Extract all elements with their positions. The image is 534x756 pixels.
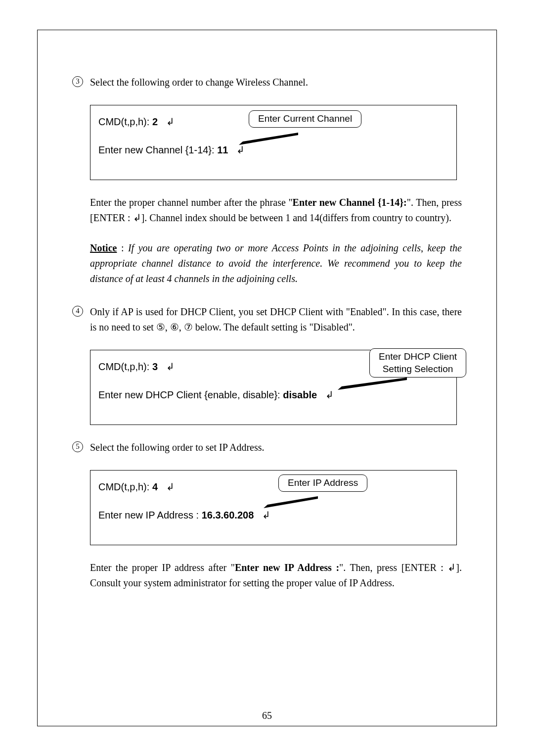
page-number: 65 <box>0 710 534 721</box>
cmd3-line1-prefix: CMD(t,p,h): <box>98 481 152 492</box>
paragraph-channel: Enter the proper channel number after th… <box>90 195 462 226</box>
notice-text: If you are operating two or more Access … <box>90 242 462 284</box>
enter-icon: ↲ <box>166 116 175 127</box>
cmd-box-dhcp: CMD(t,p,h): 3 ↲ Enter new DHCP Client {e… <box>90 350 457 425</box>
enter-icon: ↲ <box>262 510 270 520</box>
pointer-line-icon <box>338 378 407 392</box>
cmd1-line1-prefix: CMD(t,p,h): <box>98 116 152 127</box>
callout-current-channel: Enter Current Channel <box>249 110 361 128</box>
marker-4: 4 <box>72 306 83 317</box>
para2-bold: Enter new IP Address : <box>235 562 339 573</box>
notice-block: Notice : If you are operating two or mor… <box>90 240 462 286</box>
svg-marker-0 <box>239 133 298 145</box>
callout-dhcp: Enter DHCP Client Setting Selection <box>369 348 466 378</box>
paragraph-ip: Enter the proper IP address after "Enter… <box>90 560 462 591</box>
notice-label: Notice <box>90 242 117 253</box>
cmd1-line2-value: 11 <box>217 144 228 155</box>
cmd2-line1-value: 3 <box>152 361 158 372</box>
cmd1-line2-prefix: Enter new Channel {1-14}: <box>98 144 217 155</box>
enter-icon: ↲ <box>166 481 175 492</box>
cmd-box-ip: CMD(t,p,h): 4 ↲ Enter new IP Address : 1… <box>90 470 457 545</box>
cmd3-line2-value: 16.3.60.208 <box>202 510 254 520</box>
list-item-3: 3 Select the following order to change W… <box>72 75 462 90</box>
cmd3-line2-prefix: Enter new IP Address : <box>98 510 202 520</box>
enter-icon: ↲ <box>166 361 175 372</box>
cmd-box-channel: CMD(t,p,h): 2 ↲ Enter new Channel {1-14}… <box>90 105 457 180</box>
para1-bold: Enter new Channel {1-14}: <box>293 197 407 208</box>
para1-t1: Enter the proper channel number after th… <box>90 197 293 208</box>
cmd1-line1-value: 2 <box>152 116 158 127</box>
callout-ip: Enter IP Address <box>278 474 367 492</box>
pointer-line-icon <box>264 496 318 510</box>
list-item-4: 4 Only if AP is used for DHCP Client, yo… <box>72 304 462 335</box>
cmd3-line1: CMD(t,p,h): 4 ↲ <box>98 479 448 495</box>
marker-5: 5 <box>72 441 83 452</box>
cmd2-line2-prefix: Enter new DHCP Client {enable, disable}: <box>98 389 283 400</box>
pointer-line-icon <box>239 133 298 147</box>
cmd3-line1-value: 4 <box>152 481 158 492</box>
marker-3: 3 <box>72 76 83 87</box>
cmd2-line2-value: disable <box>283 389 317 400</box>
list-item-5: 5 Select the following order to set IP A… <box>72 440 462 455</box>
item4-text: Only if AP is used for DHCP Client, you … <box>90 304 462 335</box>
svg-marker-2 <box>264 496 318 508</box>
item5-text: Select the following order to set IP Add… <box>90 440 462 455</box>
svg-marker-1 <box>338 378 407 390</box>
enter-icon: ↲ <box>325 389 334 400</box>
callout-dhcp-l2: Setting Selection <box>383 364 453 374</box>
callout-dhcp-l1: Enter DHCP Client <box>379 351 457 362</box>
para2-t1: Enter the proper IP address after " <box>90 562 235 573</box>
cmd2-line1-prefix: CMD(t,p,h): <box>98 361 152 372</box>
item3-text: Select the following order to change Wir… <box>90 75 462 90</box>
notice-colon: : <box>117 242 128 253</box>
